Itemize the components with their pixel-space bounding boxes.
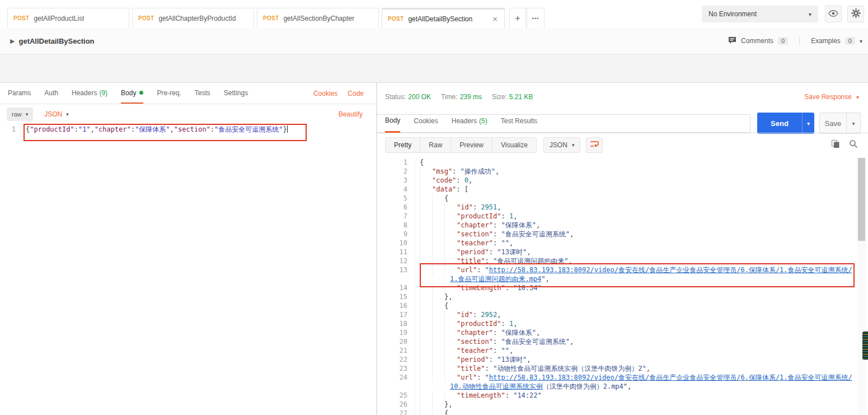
line-number: 1 [377,158,415,167]
view-raw[interactable]: Raw [420,138,451,152]
chevron-down-icon[interactable]: ▾ [860,38,862,44]
code-link[interactable]: Code [348,90,364,97]
environment-quick-look-button[interactable] [825,6,842,22]
method-label: POST [263,15,279,21]
status-value: 200 OK [408,93,431,101]
line-number: 25 [377,391,415,400]
request-tab-bar: POSTgetAllProductListPOSTgetAllChapterBy… [0,0,868,28]
tab-label: Body [121,89,136,97]
view-preview[interactable]: Preview [451,138,492,152]
code-line: 17"id": 2952, [377,310,868,319]
code-line: 14"timeLength": "10:34" [377,283,868,292]
code-line: 5{ [377,194,868,203]
line-number: 6 [377,203,415,212]
tab-cookies[interactable]: Cookies [414,110,438,133]
line-number: 5 [377,194,415,203]
response-tab-items: BodyCookiesHeaders(5)Test Results [385,110,551,133]
comments-button[interactable]: Comments [741,37,773,45]
tab-label: Cookies [414,117,438,125]
line-number: 10 [377,239,415,248]
line-number: 20 [377,337,415,346]
request-tab-getAllProductList[interactable]: POSTgetAllProductList [7,8,129,28]
line-number: 13 [377,265,415,274]
line-number: 14 [377,283,415,292]
tab-label: Headers [452,117,477,125]
tab-label: Auth [44,89,58,97]
line-number: 4 [377,185,415,194]
environment-selector[interactable]: No Environment ▾ [702,6,818,22]
request-tab-getAllDetailBySection[interactable]: POSTgetAllDetailBySection× [382,8,505,28]
tab-tests[interactable]: Tests [195,83,210,104]
cookies-link[interactable]: Cookies [313,90,337,97]
tab-body[interactable]: Body [385,110,400,133]
tab-headers[interactable]: Headers(5) [452,110,487,133]
code-line: 19"chapter": "保障体系", [377,328,868,337]
request-tab-getAllChapterByProductId[interactable]: POSTgetAllChapterByProductId [132,8,254,28]
response-view-toolbar: PrettyRawPreviewVisualize JSON ▾ [377,133,868,157]
search-response-button[interactable] [849,139,858,151]
tab-title: getAllProductList [34,15,84,22]
code-line: 15}, [377,292,868,301]
view-mode-segment: PrettyRawPreviewVisualize [385,137,537,153]
code-line: 1.食品可追溯问题的由来.mp4", [377,274,868,283]
line-number: 21 [377,346,415,355]
code-line: 1{"productId":"1","chapter":"保障体系","sect… [0,124,376,134]
settings-button[interactable] [847,6,864,22]
line-number: 8 [377,221,415,230]
body-language-value: JSON [44,110,62,118]
view-visualize[interactable]: Visualize [492,138,536,152]
request-header-bar: ▶ getAllDetailBySection Comments 0 Examp… [0,28,868,54]
body-language-selector[interactable]: JSON ▾ [44,110,69,118]
code-line: 22"period": "13课时", [377,355,868,364]
line-number: 16 [377,301,415,310]
tab-headers[interactable]: Headers(9) [72,83,107,104]
line-number: 3 [377,176,415,185]
line-number [377,382,415,391]
tab-params[interactable]: Params [8,83,31,104]
code-line: 3"code": 0, [377,176,868,185]
examples-count-badge: 0 [845,37,855,45]
response-body-viewer: 1{2"msg": "操作成功",3"code": 0,4"data": [5{… [377,157,868,415]
chevron-down-icon: ▾ [66,111,69,117]
view-pretty[interactable]: Pretty [386,138,420,152]
tab-body[interactable]: Body [121,83,143,104]
gear-icon [851,8,861,20]
line-number [377,274,415,283]
save-response-button[interactable]: Save Response ▾ [804,93,868,101]
size-value: 5.21 KB [509,93,533,101]
body-mode-selector[interactable]: raw ▾ [7,108,33,121]
tab-label: Headers [72,89,97,97]
close-tab-icon[interactable]: × [491,14,499,24]
tab-auth[interactable]: Auth [44,83,58,104]
code-line: 4"data": [ [377,185,868,194]
tab-title: getAllDetailBySection [408,15,472,23]
wrap-text-icon [590,140,599,150]
save-response-label: Save Response [804,93,852,101]
expand-caret-icon[interactable]: ▶ [10,38,15,45]
code-line: 20"section": "食品安全可追溯系统", [377,337,868,346]
code-line: 13"url": "http://58.83.193.183:8092/vide… [377,265,868,274]
code-line: 7"productId": 1, [377,212,868,221]
examples-button[interactable]: Examples [811,37,841,45]
request-body-editor[interactable]: 1{"productId":"1","chapter":"保障体系","sect… [0,124,376,415]
wrap-lines-button[interactable] [586,137,603,153]
more-tabs-button[interactable]: ••• [527,8,545,28]
code-line: 1{ [377,158,868,167]
line-number: 18 [377,319,415,328]
tab-test-results[interactable]: Test Results [501,110,537,133]
status-label: Status: [385,93,406,101]
request-tab-getAllSectionByChapter[interactable]: POSTgetAllSectionByChapter [257,8,379,28]
copy-response-button[interactable] [831,139,840,151]
tab-pre-req-[interactable]: Pre-req. [157,83,181,104]
response-scrollbar-thumb[interactable] [858,158,865,241]
divider [799,36,800,45]
comment-icon [728,36,736,46]
body-mode-value: raw [12,111,22,118]
code-line: 23"title": "动物性食品可追溯系统实例（汉堡牛肉饼为例）2", [377,364,868,373]
tab-title: getAllChapterByProductId [158,15,236,22]
new-tab-button[interactable]: + [509,8,526,28]
request-section-tabs: ParamsAuthHeaders(9)BodyPre-req.TestsSet… [0,83,376,104]
tab-settings[interactable]: Settings [224,83,248,104]
beautify-link[interactable]: Beautify [339,110,376,118]
response-language-selector[interactable]: JSON ▾ [543,137,581,153]
